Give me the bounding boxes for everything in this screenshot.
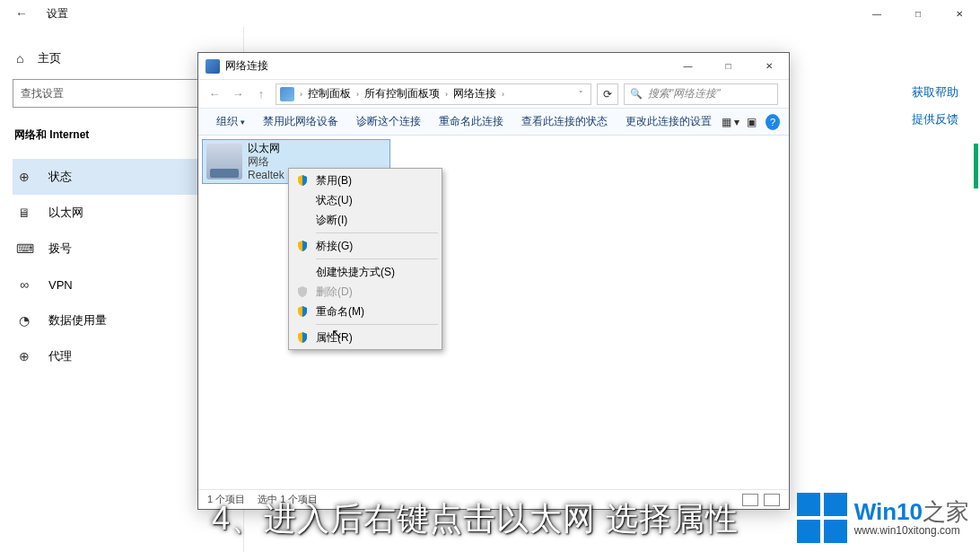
- get-help-link[interactable]: 获取帮助: [912, 84, 958, 101]
- nav-label: 状态: [48, 169, 72, 185]
- nc-title-icon: [206, 59, 220, 74]
- nc-title: 网络连接: [225, 58, 268, 74]
- search-placeholder: 查找设置: [21, 86, 64, 101]
- watermark-text: Win10之家 www.win10xitong.com: [854, 499, 969, 537]
- cm-disable[interactable]: 禁用(B): [291, 171, 440, 190]
- cm-properties[interactable]: 属性(R): [291, 328, 440, 347]
- menu-separator: [316, 258, 438, 259]
- maximize-button[interactable]: □: [897, 0, 939, 27]
- adapter-dev: Realtek: [248, 169, 284, 182]
- refresh-button[interactable]: ⟳: [597, 83, 618, 105]
- menu-separator: [316, 324, 438, 325]
- breadcrumb-sep: ›: [298, 90, 304, 99]
- cm-rename[interactable]: 重命名(M): [291, 302, 440, 321]
- breadcrumb-1[interactable]: 控制面板: [308, 86, 351, 101]
- nc-content[interactable]: 以太网 网络 Realtek: [198, 136, 789, 489]
- toolbar-change[interactable]: 更改此连接的设置: [617, 114, 721, 129]
- address-bar[interactable]: › 控制面板 › 所有控制面板项 › 网络连接 › ˅: [276, 83, 591, 105]
- nc-close-button[interactable]: ✕: [748, 53, 789, 79]
- adapter-text: 以太网 网络 Realtek: [248, 142, 284, 182]
- shield-icon: [296, 285, 309, 298]
- toolbar-organize[interactable]: 组织: [207, 114, 254, 129]
- view-mode-button[interactable]: ▦ ▾: [721, 116, 741, 128]
- network-connections-window: 网络连接 — □ ✕ ← → ↑ › 控制面板 › 所有控制面板项 › 网络连接…: [197, 52, 790, 510]
- nc-minimize-button[interactable]: —: [668, 53, 708, 79]
- view-details-button[interactable]: [742, 494, 758, 506]
- nav-up-button[interactable]: ↑: [252, 87, 270, 101]
- address-icon: [280, 87, 294, 101]
- nav-label: 拨号: [48, 241, 72, 257]
- proxy-icon: ⊕: [16, 349, 32, 364]
- close-button[interactable]: ✕: [939, 0, 980, 27]
- minimize-button[interactable]: —: [856, 0, 897, 27]
- nc-address-bar-row: ← → ↑ › 控制面板 › 所有控制面板项 › 网络连接 › ˅ ⟳ 🔍 搜索…: [198, 80, 789, 109]
- status-icon: ⊕: [16, 170, 32, 184]
- home-icon: ⌂: [16, 51, 23, 66]
- view-tiles-button[interactable]: [764, 494, 780, 506]
- home-label: 主页: [38, 50, 61, 66]
- breadcrumb-sep: ›: [354, 90, 361, 99]
- breadcrumb-2[interactable]: 所有控制面板项: [364, 86, 440, 101]
- back-button[interactable]: ←: [0, 6, 43, 21]
- vpn-icon: ∞: [16, 277, 32, 292]
- nav-label: 以太网: [48, 205, 83, 221]
- shield-icon: [296, 240, 309, 252]
- adapter-name: 以太网: [248, 142, 284, 155]
- cm-shortcut[interactable]: 创建快捷方式(S): [291, 262, 440, 282]
- nc-titlebar[interactable]: 网络连接 — □ ✕: [198, 53, 789, 80]
- breadcrumb-3[interactable]: 网络连接: [453, 86, 496, 101]
- nc-toolbar: 组织 禁用此网络设备 诊断这个连接 重命名此连接 查看此连接的状态 更改此连接的…: [198, 109, 789, 136]
- context-menu: 禁用(B) 状态(U) 诊断(I) 桥接(G) 创建快捷方式(S) 删除(D) …: [288, 168, 442, 350]
- data-usage-icon: ◔: [16, 313, 32, 328]
- nav-label: 数据使用量: [48, 312, 107, 329]
- watermark-url: www.win10xitong.com: [854, 525, 969, 537]
- instruction-caption: 4、进入后右键点击以太网 选择属性: [212, 497, 739, 541]
- watermark: Win10之家 www.win10xitong.com: [797, 493, 969, 543]
- cm-delete: 删除(D): [291, 282, 440, 302]
- nc-window-controls: — □ ✕: [668, 53, 789, 79]
- help-button[interactable]: ?: [766, 114, 780, 130]
- adapter-icon: [206, 144, 242, 180]
- shield-icon: [296, 174, 309, 187]
- cm-diagnose[interactable]: 诊断(I): [291, 210, 440, 230]
- shield-icon: [296, 331, 309, 344]
- breadcrumb-sep: ›: [443, 90, 450, 99]
- dialup-icon: ⌨: [16, 241, 32, 256]
- settings-titlebar: ← 设置 — □ ✕: [0, 0, 980, 27]
- search-icon: 🔍: [630, 88, 643, 100]
- shield-icon: [296, 305, 309, 318]
- nc-maximize-button[interactable]: □: [708, 53, 748, 79]
- preview-pane-button[interactable]: ▣: [741, 116, 762, 128]
- breadcrumb-sep: ›: [500, 90, 506, 99]
- nav-forward-button[interactable]: →: [229, 87, 247, 101]
- window-controls: — □ ✕: [856, 0, 980, 27]
- toolbar-diagnose[interactable]: 诊断这个连接: [347, 114, 430, 129]
- address-dropdown[interactable]: ˅: [579, 90, 587, 99]
- nc-search-placeholder: 搜索"网络连接": [648, 86, 721, 101]
- toolbar-view-status[interactable]: 查看此连接的状态: [512, 114, 617, 129]
- windows-logo-icon: [797, 493, 847, 543]
- ethernet-icon: 🖥: [16, 206, 32, 220]
- nav-label: VPN: [48, 278, 73, 292]
- menu-separator: [316, 232, 438, 233]
- adapter-sub: 网络: [248, 155, 284, 169]
- nav-back-button[interactable]: ←: [206, 87, 223, 101]
- edge-marker: [974, 144, 978, 188]
- toolbar-disable[interactable]: 禁用此网络设备: [254, 114, 347, 129]
- help-links: 获取帮助 提供反馈: [912, 84, 958, 127]
- nc-search-input[interactable]: 🔍 搜索"网络连接": [624, 83, 778, 105]
- feedback-link[interactable]: 提供反馈: [912, 111, 958, 127]
- nav-label: 代理: [48, 348, 72, 364]
- toolbar-rename[interactable]: 重命名此连接: [430, 114, 512, 129]
- settings-title: 设置: [43, 6, 68, 22]
- cm-bridge[interactable]: 桥接(G): [291, 236, 440, 256]
- cm-status[interactable]: 状态(U): [291, 190, 440, 210]
